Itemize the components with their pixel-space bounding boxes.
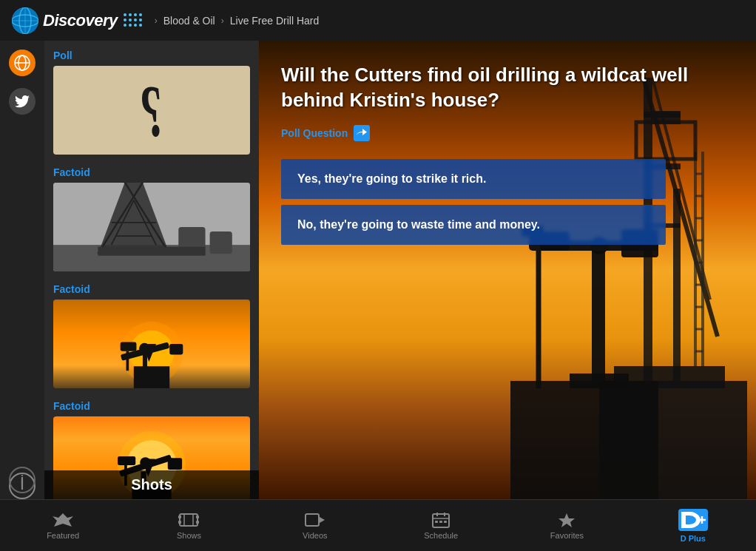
poll-card[interactable]: Poll ? xyxy=(53,50,250,155)
videos-nav-icon xyxy=(305,512,325,528)
factoid-card-3-label: Factoid xyxy=(53,400,250,412)
factoid-card-2-label: Factoid xyxy=(53,283,250,295)
poll-card-image: ? xyxy=(53,66,250,155)
oilrig-sunset-svg xyxy=(53,300,250,388)
logo-plus-grid xyxy=(124,13,143,27)
top-navigation: Discovery › Blood & Oil › Live Free Dril… xyxy=(0,0,756,41)
svg-marker-91 xyxy=(558,513,575,527)
svg-rect-78 xyxy=(196,515,199,518)
content-overlay: Will the Cutters find oil drilling a wil… xyxy=(259,41,756,499)
svg-rect-25 xyxy=(143,353,147,371)
nav-videos[interactable]: Videos xyxy=(252,506,378,546)
schedule-nav-icon xyxy=(431,512,451,528)
breadcrumb-separator-1: › xyxy=(155,16,158,26)
shots-panel: Shots xyxy=(44,470,259,499)
twitter-sidebar-icon[interactable] xyxy=(9,88,36,115)
videos-nav-label: Videos xyxy=(303,531,327,540)
info-button[interactable]: i xyxy=(9,467,36,493)
svg-marker-83 xyxy=(320,517,325,523)
nav-schedule[interactable]: Schedule xyxy=(378,506,504,546)
answer-options: Yes, they're going to strike it rich. No… xyxy=(281,159,666,245)
poll-question-link[interactable]: Poll Question xyxy=(281,125,734,141)
featured-nav-icon xyxy=(53,512,73,528)
discovery-sidebar-icon[interactable] xyxy=(9,50,36,76)
favorites-nav-icon xyxy=(556,512,577,528)
breadcrumb-current: Live Free Drill Hard xyxy=(230,15,320,27)
svg-rect-90 xyxy=(444,521,447,523)
svg-marker-74 xyxy=(53,513,73,527)
svg-rect-89 xyxy=(439,521,442,523)
factoid-card-1-image xyxy=(53,183,250,271)
answer-option-1[interactable]: Yes, they're going to strike it rich. xyxy=(281,159,666,199)
svg-rect-24 xyxy=(134,366,169,388)
logo-globe xyxy=(12,7,38,34)
breadcrumb: › Blood & Oil › Live Free Drill Hard xyxy=(155,15,320,27)
svg-rect-75 xyxy=(180,514,198,526)
dplus-icon xyxy=(678,509,708,531)
factoid-card-2-image xyxy=(53,300,250,388)
nav-shows[interactable]: Shows xyxy=(126,506,252,546)
shows-nav-label: Shows xyxy=(177,531,201,540)
svg-rect-20 xyxy=(98,247,205,256)
svg-rect-82 xyxy=(306,514,319,526)
left-sidebar-icons: i xyxy=(0,41,44,499)
nav-featured[interactable]: Featured xyxy=(0,506,126,546)
favorites-nav-label: Favorites xyxy=(550,531,584,540)
bottom-navigation: Featured Shows Videos xyxy=(0,499,756,551)
factoid-card-2[interactable]: Factoid xyxy=(53,283,250,388)
nav-dplus[interactable]: D Plus xyxy=(630,503,756,549)
svg-rect-88 xyxy=(435,521,438,523)
poll-title: Will the Cutters find oil drilling a wil… xyxy=(281,63,725,113)
svg-rect-28 xyxy=(169,344,183,355)
svg-rect-19 xyxy=(210,231,232,254)
breadcrumb-separator-2: › xyxy=(221,16,224,26)
featured-nav-label: Featured xyxy=(47,531,79,540)
answer-option-2[interactable]: No, they're going to waste time and mone… xyxy=(281,205,666,245)
nav-favorites[interactable]: Favorites xyxy=(504,506,630,546)
dplus-nav-label: D Plus xyxy=(681,534,706,543)
poll-question-text: Poll Question xyxy=(281,127,348,139)
breadcrumb-parent[interactable]: Blood & Oil xyxy=(163,15,215,27)
factoid-card-1[interactable]: Factoid xyxy=(53,166,250,271)
question-mark-image: ? xyxy=(53,66,250,155)
factoid-card-1-label: Factoid xyxy=(53,166,250,178)
svg-rect-30 xyxy=(121,342,137,351)
oilrig-bw-svg xyxy=(53,183,250,271)
logo-area[interactable]: Discovery xyxy=(12,7,143,34)
share-icon xyxy=(354,125,370,141)
svg-rect-76 xyxy=(178,515,181,518)
svg-rect-79 xyxy=(196,521,199,524)
poll-card-label: Poll xyxy=(53,50,250,61)
left-panel: Poll ? Factoid xyxy=(44,41,259,499)
shows-nav-icon xyxy=(178,512,199,528)
svg-rect-41 xyxy=(118,456,135,465)
schedule-nav-label: Schedule xyxy=(424,531,458,540)
logo-text: Discovery xyxy=(43,11,118,30)
shots-label: Shots xyxy=(131,476,172,493)
svg-rect-77 xyxy=(178,521,181,524)
svg-rect-39 xyxy=(168,458,182,470)
main-content: Will the Cutters find oil drilling a wil… xyxy=(259,41,756,499)
